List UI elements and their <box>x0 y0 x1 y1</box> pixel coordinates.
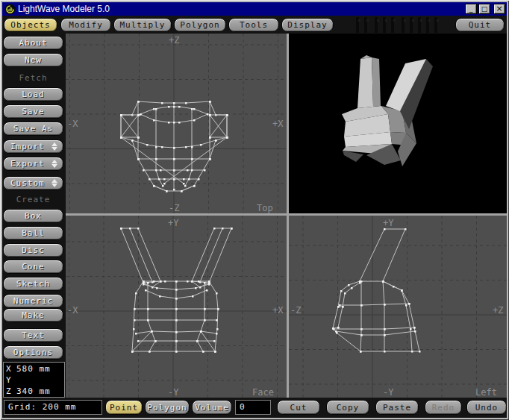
axis-label-bottom: -Y <box>383 387 394 398</box>
top-viewport-canvas[interactable]: +Z -X +X -Z Top <box>66 34 287 213</box>
layout-preset-button-2[interactable] <box>364 18 372 32</box>
window-controls: _ □ × <box>465 4 505 14</box>
menu-objects[interactable]: Objects <box>4 18 57 32</box>
viewport-name-label: Top <box>257 203 273 213</box>
shaded-bunny-model <box>342 55 433 166</box>
coord-x-value: 580 mm <box>16 363 51 374</box>
grid-lines <box>66 34 287 213</box>
coordinate-readout: X580 mm Y Z340 mm <box>3 362 65 398</box>
layout-preset-button-10[interactable] <box>434 18 442 32</box>
mode-polygon-button[interactable]: Polygon <box>145 400 190 415</box>
sidebar-label-create: Create <box>3 192 63 207</box>
viewport-name-label: Face <box>252 387 274 398</box>
undo-button[interactable]: Undo <box>466 400 507 415</box>
layout-preset-button-6[interactable] <box>402 18 409 32</box>
quit-button[interactable]: Quit <box>455 18 505 32</box>
sidebar-label-fetch: Fetch <box>3 71 63 85</box>
menu-display[interactable]: Display <box>281 18 334 32</box>
window-title: LightWave Modeler 5.0 <box>18 2 110 16</box>
sidebar-button-save-as[interactable]: Save As <box>3 122 63 136</box>
sidebar: About New Fetch Load Save Save As Import… <box>2 34 66 398</box>
viewport-top[interactable]: +Z -X +X -Z Top <box>66 34 287 213</box>
layout-preset-button-8[interactable] <box>418 18 425 32</box>
axis-label-top: +Y <box>168 218 179 228</box>
layout-preset-group <box>356 18 443 32</box>
selection-count-field: 0 <box>235 400 271 415</box>
mode-point-button[interactable]: Point <box>105 400 143 415</box>
viewport-name-label: Left <box>475 387 497 398</box>
sidebar-button-disc[interactable]: Disc <box>3 243 63 257</box>
menu-polygon[interactable]: Polygon <box>174 18 226 32</box>
layout-preset-button-5[interactable] <box>391 18 399 32</box>
updown-arrows-icon <box>51 179 57 187</box>
sidebar-button-ball[interactable]: Ball <box>3 226 63 240</box>
sidebar-button-import-label: Import <box>10 142 45 151</box>
sidebar-button-export[interactable]: Export <box>3 157 63 171</box>
sidebar-button-new[interactable]: New <box>3 53 63 67</box>
minimize-button[interactable]: _ <box>465 4 477 14</box>
sidebar-button-export-label: Export <box>10 159 45 169</box>
layout-preset-button-9[interactable] <box>426 18 434 32</box>
menu-multiply[interactable]: Multiply <box>113 18 172 32</box>
axis-label-left: -Z <box>290 305 301 316</box>
sidebar-button-box[interactable]: Box <box>3 209 63 223</box>
axis-label-left: -X <box>67 305 78 316</box>
titlebar[interactable]: LightWave Modeler 5.0 _ □ × <box>2 2 507 16</box>
sidebar-button-text[interactable]: Text <box>3 328 63 342</box>
sidebar-button-load[interactable]: Load <box>3 87 63 101</box>
lightwave-logo-icon <box>4 4 16 15</box>
grid-size-readout: Grid: 200 mm <box>4 400 102 415</box>
axis-label-bottom: -Y <box>168 387 179 398</box>
close-button[interactable]: × <box>493 4 505 14</box>
viewport-left[interactable]: +Y -Z +Z -Y Left <box>289 216 507 398</box>
sidebar-button-import[interactable]: Import <box>3 140 63 154</box>
sidebar-button-about[interactable]: About <box>3 36 63 50</box>
coord-z-axis: Z <box>6 386 16 397</box>
sidebar-button-save[interactable]: Save <box>3 104 63 119</box>
maximize-button[interactable]: □ <box>478 4 490 14</box>
updown-arrows-icon <box>51 142 57 151</box>
layout-preset-button-3[interactable] <box>375 18 382 32</box>
mode-volume-button[interactable]: Volume <box>192 400 232 415</box>
layout-preset-button-1[interactable] <box>356 18 363 32</box>
face-viewport-canvas[interactable]: +Y -X +X -Y Face <box>66 216 287 398</box>
sidebar-button-options[interactable]: Options <box>3 345 63 360</box>
axis-label-right: +Z <box>493 305 503 316</box>
top-view-wireframe <box>121 101 227 191</box>
sidebar-button-sketch[interactable]: Sketch <box>3 277 63 291</box>
layout-preset-button-4[interactable] <box>383 18 390 32</box>
axis-label-right: +X <box>272 305 284 316</box>
menubar: Objects Modify Multiply Polygon Tools Di… <box>2 16 507 34</box>
viewport-preview[interactable] <box>289 34 507 213</box>
axis-label-top: +Y <box>383 218 394 228</box>
axis-label-right: +X <box>272 119 284 129</box>
sidebar-button-numeric[interactable]: Numeric <box>3 294 63 308</box>
paste-button[interactable]: Paste <box>375 400 419 415</box>
cut-button[interactable]: Cut <box>277 400 320 415</box>
axis-label-left: -X <box>67 119 78 129</box>
grid-lines <box>289 216 507 398</box>
sidebar-button-custom-label: Custom <box>10 178 45 188</box>
sidebar-button-cone[interactable]: Cone <box>3 260 63 274</box>
viewport-face[interactable]: +Y -X +X -Y Face <box>66 216 287 398</box>
statusbar: Grid: 200 mm Point Polygon Volume 0 Cut … <box>2 398 507 418</box>
axis-label-top: +Z <box>169 35 179 46</box>
layout-preset-button-7[interactable] <box>410 18 417 32</box>
coord-x-axis: X <box>6 363 16 374</box>
left-viewport-canvas[interactable]: +Y -Z +Z -Y Left <box>289 216 507 398</box>
sidebar-button-make[interactable]: Make <box>3 308 63 322</box>
menu-modify[interactable]: Modify <box>60 18 111 32</box>
viewport-grid: +Z -X +X -Z Top <box>66 34 507 398</box>
copy-button[interactable]: Copy <box>326 400 369 415</box>
axis-label-bottom: -Z <box>169 203 179 213</box>
updown-arrows-icon <box>51 160 57 168</box>
preview-viewport-canvas[interactable] <box>289 34 507 213</box>
left-view-wireframe <box>333 229 419 351</box>
redo-button[interactable]: Redo <box>425 400 462 415</box>
coord-z-value: 340 mm <box>16 386 51 397</box>
app-window: LightWave Modeler 5.0 _ □ × Objects Modi… <box>0 0 509 420</box>
face-view-wireframe <box>121 228 231 351</box>
menu-tools[interactable]: Tools <box>228 18 279 32</box>
sidebar-button-custom[interactable]: Custom <box>3 176 63 190</box>
coord-y-axis: Y <box>6 374 16 386</box>
